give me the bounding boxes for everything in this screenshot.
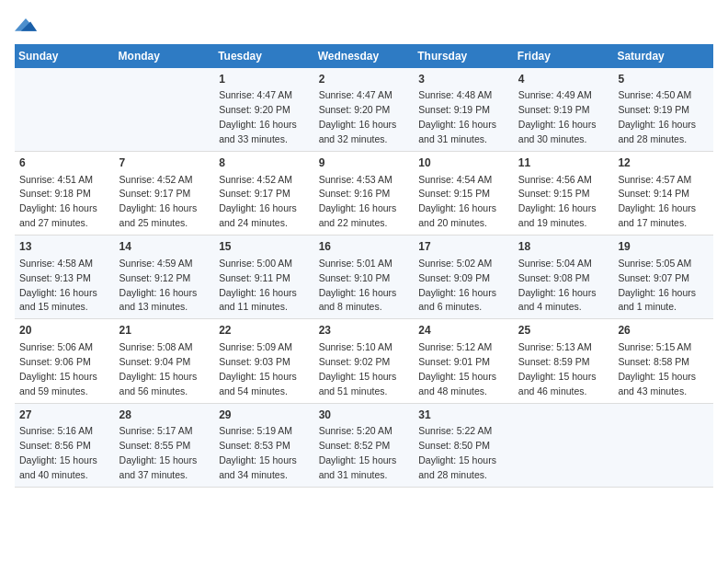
day-info: Sunrise: 5:00 AMSunset: 9:11 PMDaylight:… [219,258,297,313]
calendar-cell: 23Sunrise: 5:10 AMSunset: 9:02 PMDayligh… [314,319,415,403]
day-number: 22 [219,323,310,339]
calendar-cell: 11Sunrise: 4:56 AMSunset: 9:15 PMDayligh… [514,152,614,236]
calendar-cell: 30Sunrise: 5:20 AMSunset: 8:52 PMDayligh… [314,403,415,487]
day-number: 14 [119,239,210,255]
day-number: 31 [418,408,509,423]
column-header-monday: Monday [115,44,215,68]
day-number: 5 [618,72,709,87]
calendar-cell: 10Sunrise: 4:54 AMSunset: 9:15 PMDayligh… [414,152,514,236]
day-info: Sunrise: 4:59 AMSunset: 9:12 PMDaylight:… [119,258,198,313]
day-number: 2 [319,72,410,87]
calendar-week-row: 1Sunrise: 4:47 AMSunset: 9:20 PMDaylight… [15,68,713,152]
day-number: 13 [19,239,110,255]
day-info: Sunrise: 5:01 AMSunset: 9:10 PMDaylight:… [319,258,397,313]
day-number: 4 [518,72,609,87]
day-info: Sunrise: 5:15 AMSunset: 8:58 PMDaylight:… [618,341,696,396]
day-info: Sunrise: 5:09 AMSunset: 9:03 PMDaylight:… [219,341,297,396]
calendar-cell: 5Sunrise: 4:50 AMSunset: 9:19 PMDaylight… [613,68,713,152]
day-number: 1 [219,72,310,87]
calendar-cell: 22Sunrise: 5:09 AMSunset: 9:03 PMDayligh… [214,319,314,403]
day-number: 16 [319,239,410,255]
calendar-cell: 8Sunrise: 4:52 AMSunset: 9:17 PMDaylight… [214,152,314,236]
day-number: 19 [618,239,709,255]
day-info: Sunrise: 4:51 AMSunset: 9:18 PMDaylight:… [19,174,97,229]
calendar-cell: 20Sunrise: 5:06 AMSunset: 9:06 PMDayligh… [15,319,115,403]
calendar-table: SundayMondayTuesdayWednesdayThursdayFrid… [15,44,713,488]
day-number: 18 [518,239,609,255]
day-number: 11 [518,155,609,171]
calendar-cell: 6Sunrise: 4:51 AMSunset: 9:18 PMDaylight… [15,152,115,236]
day-info: Sunrise: 5:19 AMSunset: 8:53 PMDaylight:… [219,425,297,480]
calendar-cell: 17Sunrise: 5:02 AMSunset: 9:09 PMDayligh… [414,236,514,319]
column-header-friday: Friday [514,44,614,68]
day-info: Sunrise: 4:50 AMSunset: 9:19 PMDaylight:… [618,89,696,144]
calendar-cell: 14Sunrise: 4:59 AMSunset: 9:12 PMDayligh… [115,236,215,319]
day-number: 3 [418,72,509,87]
calendar-cell [514,403,614,487]
day-number: 23 [319,323,410,339]
day-number: 29 [219,408,310,423]
calendar-cell: 15Sunrise: 5:00 AMSunset: 9:11 PMDayligh… [214,236,314,319]
calendar-cell [613,403,713,487]
day-info: Sunrise: 5:17 AMSunset: 8:55 PMDaylight:… [119,425,198,480]
day-info: Sunrise: 4:57 AMSunset: 9:14 PMDaylight:… [618,174,696,229]
day-info: Sunrise: 4:48 AMSunset: 9:19 PMDaylight:… [418,89,496,144]
calendar-cell: 7Sunrise: 4:52 AMSunset: 9:17 PMDaylight… [115,152,215,236]
calendar-week-row: 27Sunrise: 5:16 AMSunset: 8:56 PMDayligh… [15,403,713,487]
day-info: Sunrise: 5:16 AMSunset: 8:56 PMDaylight:… [19,425,97,480]
calendar-cell: 3Sunrise: 4:48 AMSunset: 9:19 PMDaylight… [414,68,514,152]
logo-icon [15,15,37,33]
calendar-cell [115,68,215,152]
calendar-header-row: SundayMondayTuesdayWednesdayThursdayFrid… [15,44,713,68]
calendar-cell: 31Sunrise: 5:22 AMSunset: 8:50 PMDayligh… [414,403,514,487]
column-header-saturday: Saturday [613,44,713,68]
day-number: 24 [418,323,509,339]
day-number: 17 [418,239,509,255]
day-number: 15 [219,239,310,255]
day-info: Sunrise: 5:02 AMSunset: 9:09 PMDaylight:… [418,258,496,313]
calendar-cell: 19Sunrise: 5:05 AMSunset: 9:07 PMDayligh… [613,236,713,319]
day-info: Sunrise: 5:12 AMSunset: 9:01 PMDaylight:… [418,341,496,396]
calendar-week-row: 13Sunrise: 4:58 AMSunset: 9:13 PMDayligh… [15,236,713,319]
page-header [15,15,713,37]
calendar-cell: 24Sunrise: 5:12 AMSunset: 9:01 PMDayligh… [414,319,514,403]
day-number: 8 [219,155,310,171]
day-info: Sunrise: 5:06 AMSunset: 9:06 PMDaylight:… [19,341,97,396]
day-info: Sunrise: 5:20 AMSunset: 8:52 PMDaylight:… [319,425,397,480]
calendar-cell: 21Sunrise: 5:08 AMSunset: 9:04 PMDayligh… [115,319,215,403]
calendar-cell: 2Sunrise: 4:47 AMSunset: 9:20 PMDaylight… [314,68,415,152]
calendar-cell: 4Sunrise: 4:49 AMSunset: 9:19 PMDaylight… [514,68,614,152]
logo [15,15,40,37]
day-info: Sunrise: 5:05 AMSunset: 9:07 PMDaylight:… [618,258,696,313]
calendar-cell: 1Sunrise: 4:47 AMSunset: 9:20 PMDaylight… [214,68,314,152]
day-number: 6 [19,155,110,171]
day-number: 7 [119,155,210,171]
column-header-wednesday: Wednesday [314,44,415,68]
calendar-cell: 25Sunrise: 5:13 AMSunset: 8:59 PMDayligh… [514,319,614,403]
column-header-thursday: Thursday [414,44,514,68]
day-info: Sunrise: 4:56 AMSunset: 9:15 PMDaylight:… [518,174,597,229]
day-number: 21 [119,323,210,339]
column-header-tuesday: Tuesday [214,44,314,68]
day-info: Sunrise: 4:52 AMSunset: 9:17 PMDaylight:… [119,174,198,229]
day-info: Sunrise: 4:49 AMSunset: 9:19 PMDaylight:… [518,89,597,144]
day-info: Sunrise: 5:13 AMSunset: 8:59 PMDaylight:… [518,341,597,396]
calendar-week-row: 6Sunrise: 4:51 AMSunset: 9:18 PMDaylight… [15,152,713,236]
day-number: 10 [418,155,509,171]
calendar-cell: 13Sunrise: 4:58 AMSunset: 9:13 PMDayligh… [15,236,115,319]
day-info: Sunrise: 4:52 AMSunset: 9:17 PMDaylight:… [219,174,297,229]
day-info: Sunrise: 4:58 AMSunset: 9:13 PMDaylight:… [19,258,97,313]
day-number: 28 [119,408,210,423]
day-info: Sunrise: 5:10 AMSunset: 9:02 PMDaylight:… [319,341,397,396]
column-header-sunday: Sunday [15,44,115,68]
calendar-cell: 16Sunrise: 5:01 AMSunset: 9:10 PMDayligh… [314,236,415,319]
day-number: 25 [518,323,609,339]
day-info: Sunrise: 5:08 AMSunset: 9:04 PMDaylight:… [119,341,198,396]
calendar-week-row: 20Sunrise: 5:06 AMSunset: 9:06 PMDayligh… [15,319,713,403]
calendar-cell: 9Sunrise: 4:53 AMSunset: 9:16 PMDaylight… [314,152,415,236]
day-number: 26 [618,323,709,339]
day-info: Sunrise: 4:47 AMSunset: 9:20 PMDaylight:… [319,89,397,144]
calendar-cell: 12Sunrise: 4:57 AMSunset: 9:14 PMDayligh… [613,152,713,236]
day-number: 30 [319,408,410,423]
day-info: Sunrise: 4:53 AMSunset: 9:16 PMDaylight:… [319,174,397,229]
